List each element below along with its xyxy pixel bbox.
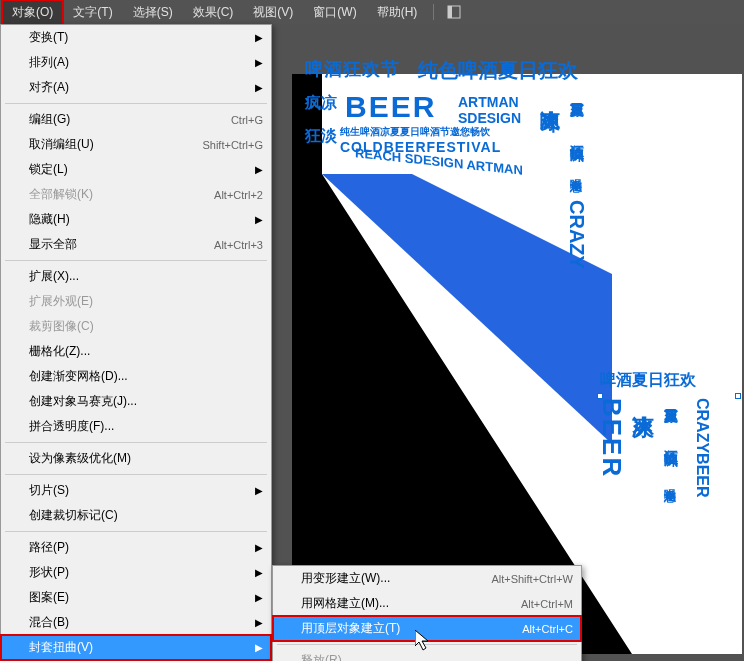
menu-transform[interactable]: 变换(T)▶ [1, 25, 271, 50]
menu-flatten-transparency[interactable]: 拼合透明度(F)... [1, 414, 271, 439]
submenu-arrow-icon: ▶ [255, 164, 263, 175]
menu-blend[interactable]: 混合(B)▶ [1, 610, 271, 635]
menu-path[interactable]: 路径(P)▶ [1, 535, 271, 560]
art-text: SDESIGN [458, 111, 521, 125]
menu-crop-image: 裁剪图像(C) [1, 314, 271, 339]
submenu-arrow-icon: ▶ [255, 617, 263, 628]
art-text: BEER [345, 92, 436, 122]
separator [5, 474, 267, 475]
cursor-icon [415, 630, 433, 652]
art-text: ARTMAN [458, 95, 519, 109]
menu-pixel-perfect[interactable]: 设为像素级优化(M) [1, 446, 271, 471]
menu-hide[interactable]: 隐藏(H)▶ [1, 207, 271, 232]
separator [5, 531, 267, 532]
selection-handle[interactable] [597, 393, 603, 399]
art-text: CRAZY [567, 200, 587, 269]
submenu-arrow-icon: ▶ [255, 214, 263, 225]
menu-shape[interactable]: 形状(P)▶ [1, 560, 271, 585]
menubar: 对象(O) 文字(T) 选择(S) 效果(C) 视图(V) 窗口(W) 帮助(H… [0, 0, 744, 24]
art-text: 纯生啤酒凉夏夏日啤酒节邀您畅饮 [340, 127, 490, 137]
submenu-arrow-icon: ▶ [255, 642, 263, 653]
menu-expand[interactable]: 扩展(X)... [1, 264, 271, 289]
menu-group[interactable]: 编组(G)Ctrl+G [1, 107, 271, 132]
menu-trim-marks[interactable]: 创建裁切标记(C) [1, 503, 271, 528]
separator [5, 103, 267, 104]
divider [433, 4, 434, 20]
submenu-arrow-icon: ▶ [255, 542, 263, 553]
art-text: CRAZYBEER [694, 398, 710, 498]
menu-object[interactable]: 对象(O) [2, 0, 63, 25]
submenu-arrow-icon: ▶ [255, 592, 263, 603]
menu-envelope-distort[interactable]: 封套扭曲(V)▶ [1, 635, 271, 660]
art-text: 疯凉 [305, 95, 337, 111]
art-text: 啤酒夏日狂欢 [600, 372, 696, 388]
menu-window[interactable]: 窗口(W) [303, 0, 366, 25]
menu-effect[interactable]: 效果(C) [183, 0, 244, 25]
art-text: 狂淡 [305, 128, 337, 144]
menu-expand-appearance: 扩展外观(E) [1, 289, 271, 314]
art-text: 纯色啤酒夏日狂欢 [418, 60, 578, 80]
svg-marker-4 [415, 630, 428, 650]
art-text: BEER [599, 398, 625, 478]
menu-object-mosaic[interactable]: 创建对象马赛克(J)... [1, 389, 271, 414]
panel-icon[interactable] [444, 2, 464, 22]
menu-view[interactable]: 视图(V) [243, 0, 303, 25]
menu-rasterize[interactable]: 栅格化(Z)... [1, 339, 271, 364]
separator [5, 442, 267, 443]
menu-gradient-mesh[interactable]: 创建渐变网格(D)... [1, 364, 271, 389]
selection-handle[interactable] [735, 393, 741, 399]
menu-select[interactable]: 选择(S) [123, 0, 183, 25]
menu-slice[interactable]: 切片(S)▶ [1, 478, 271, 503]
menu-ungroup[interactable]: 取消编组(U)Shift+Ctrl+G [1, 132, 271, 157]
menu-unlock-all: 全部解锁(K)Alt+Ctrl+2 [1, 182, 271, 207]
submenu-arrow-icon: ▶ [255, 82, 263, 93]
menu-text[interactable]: 文字(T) [63, 0, 122, 25]
menu-show-all[interactable]: 显示全部Alt+Ctrl+3 [1, 232, 271, 257]
submenu-arrow-icon: ▶ [255, 32, 263, 43]
menu-align[interactable]: 对齐(A)▶ [1, 75, 271, 100]
menu-arrange[interactable]: 排列(A)▶ [1, 50, 271, 75]
separator [5, 260, 267, 261]
submenu-make-with-warp[interactable]: 用变形建立(W)...Alt+Shift+Ctrl+W [273, 566, 581, 591]
submenu-arrow-icon: ▶ [255, 485, 263, 496]
menu-lock[interactable]: 锁定(L)▶ [1, 157, 271, 182]
svg-rect-1 [448, 6, 452, 18]
object-dropdown: 变换(T)▶ 排列(A)▶ 对齐(A)▶ 编组(G)Ctrl+G 取消编组(U)… [0, 24, 272, 661]
menu-help[interactable]: 帮助(H) [367, 0, 428, 25]
menu-pattern[interactable]: 图案(E)▶ [1, 585, 271, 610]
submenu-arrow-icon: ▶ [255, 57, 263, 68]
submenu-arrow-icon: ▶ [255, 567, 263, 578]
submenu-make-with-mesh[interactable]: 用网格建立(M)...Alt+Ctrl+M [273, 591, 581, 616]
art-text: 啤酒狂欢节 [305, 60, 400, 78]
